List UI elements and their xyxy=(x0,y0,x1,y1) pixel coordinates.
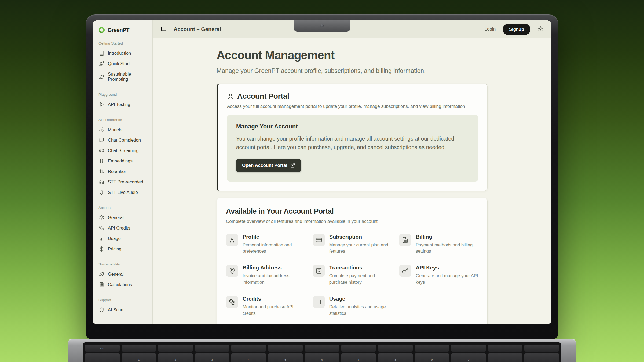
feature-name: Profile xyxy=(243,234,305,240)
key-blank xyxy=(195,345,230,352)
sidebar-item-account-usage[interactable]: Usage xyxy=(98,233,148,244)
key-8: 8 xyxy=(378,353,413,362)
sidebar-item-label: API Credits xyxy=(108,226,130,231)
open-account-portal-button[interactable]: Open Account Portal xyxy=(236,159,301,172)
gear-icon xyxy=(99,215,104,220)
external-link-icon xyxy=(290,163,295,168)
feature-item-billing: BillingPayment methods and billing setti… xyxy=(399,234,478,255)
sidebar-item-api-reference-models[interactable]: Models xyxy=(98,124,148,135)
file-text-icon xyxy=(402,237,408,243)
sidebar-item-api-reference-reranker[interactable]: Reranker xyxy=(98,166,148,177)
signup-button[interactable]: Signup xyxy=(503,24,530,35)
layers-icon xyxy=(99,158,104,164)
sidebar-item-api-reference-stt-pre-recorded[interactable]: STT Pre-recorded xyxy=(98,177,148,187)
key-blank xyxy=(268,345,303,352)
laptop-base: esc1234567890tabQWE xyxy=(68,339,576,362)
sidebar-item-getting-started-sustainable-prompting[interactable]: Sustainable Prompting xyxy=(98,69,148,84)
book-icon xyxy=(99,51,104,56)
sidebar-item-api-reference-stt-live-audio[interactable]: STT Live Audio xyxy=(98,187,148,198)
feature-icon-tile xyxy=(313,234,325,246)
key-blank xyxy=(231,345,266,352)
person-icon xyxy=(229,237,235,243)
credit-card-icon xyxy=(316,237,322,243)
keyboard-row: esc xyxy=(85,345,559,352)
manage-account-body: You can change your profile information … xyxy=(236,134,464,152)
feature-item-usage: UsageDetailed analytics and usage statis… xyxy=(313,296,392,317)
brand-logo[interactable]: GreenPT xyxy=(98,27,148,33)
content-scroll-area[interactable]: Account Management Manage your GreenPT a… xyxy=(153,38,551,324)
feature-item-transactions: TransactionsComplete payment and purchas… xyxy=(313,265,392,286)
sidebar-toggle-button[interactable] xyxy=(161,26,167,33)
sidebar-section-label-getting-started: Getting Started xyxy=(98,41,148,45)
map-pin-icon xyxy=(229,268,235,274)
broadcast-icon xyxy=(99,148,104,153)
feature-icon-tile xyxy=(313,265,325,277)
sidebar-item-label: Quick Start xyxy=(108,61,130,66)
theme-toggle-button[interactable] xyxy=(537,26,543,33)
rocket-icon xyxy=(99,61,104,66)
feature-name: Transactions xyxy=(329,265,392,271)
sidebar-item-label: Models xyxy=(108,127,122,132)
sidebar-item-api-reference-embeddings[interactable]: Embeddings xyxy=(98,156,148,166)
available-title: Available in Your Account Portal xyxy=(226,207,478,216)
feature-icon-tile xyxy=(226,296,238,308)
key-blank xyxy=(158,345,193,352)
sidebar-section-label-api-reference: API Reference xyxy=(98,118,148,122)
sidebar-item-label: Usage xyxy=(108,236,121,241)
account-portal-title: Account Portal xyxy=(237,92,289,101)
laptop-camera xyxy=(320,24,324,27)
sidebar-item-playground-api-testing[interactable]: API Testing xyxy=(98,99,148,110)
sidebar-item-support-ai-scan[interactable]: AI Scan xyxy=(98,305,148,315)
sidebar-item-label: Reranker xyxy=(108,169,126,174)
feature-name: Billing Address xyxy=(243,265,305,271)
key-blank xyxy=(85,353,120,362)
laptop-screen: GreenPT Getting StartedIntroductionQuick… xyxy=(93,20,551,324)
feature-description: Personal information and preferences xyxy=(243,242,305,255)
feature-description: Invoice and tax address information xyxy=(243,273,305,286)
feature-name: Subscription xyxy=(329,234,392,240)
sidebar-item-api-reference-chat-streaming[interactable]: Chat Streaming xyxy=(98,145,148,156)
sidebar-item-api-reference-chat-completion[interactable]: Chat Completion xyxy=(98,135,148,145)
sidebar-item-label: AI Scan xyxy=(108,307,123,312)
person-icon xyxy=(227,93,234,100)
key-blank xyxy=(378,345,413,352)
sidebar-item-sustainability-general[interactable]: General xyxy=(98,269,148,279)
sidebar-item-label: Sustainable Prompting xyxy=(108,72,147,82)
account-portal-card: Account Portal Access your full account … xyxy=(217,84,488,191)
leaf-icon xyxy=(99,74,104,79)
available-subtitle: Complete overview of all features and in… xyxy=(226,219,478,224)
feature-icon-tile xyxy=(399,234,411,246)
key-blank xyxy=(524,345,559,352)
feature-name: API Keys xyxy=(416,265,478,271)
laptop-notch xyxy=(294,20,350,32)
feature-icon-tile xyxy=(399,265,411,277)
sidebar-item-getting-started-quick-start[interactable]: Quick Start xyxy=(98,58,148,69)
key-3: 3 xyxy=(195,353,230,362)
sidebar-item-account-api-credits[interactable]: API Credits xyxy=(98,223,148,233)
sidebar-item-getting-started-introduction[interactable]: Introduction xyxy=(98,48,148,58)
sun-icon xyxy=(537,26,543,32)
feature-name: Credits xyxy=(243,296,305,302)
coins-icon xyxy=(229,299,235,305)
login-link[interactable]: Login xyxy=(484,27,496,32)
feature-description: Monitor and purchase API credits xyxy=(243,304,305,317)
sidebar-nav: Getting StartedIntroductionQuick StartSu… xyxy=(98,41,148,315)
sidebar-item-sustainability-calculations[interactable]: Calculations xyxy=(98,279,148,290)
account-portal-description: Access your full account management port… xyxy=(227,104,478,109)
key-blank xyxy=(341,345,376,352)
feature-name: Usage xyxy=(329,296,392,302)
sidebar-item-account-general[interactable]: General xyxy=(98,212,148,223)
key-1: 1 xyxy=(122,353,156,362)
mic-icon xyxy=(99,190,104,195)
feature-item-profile: ProfilePersonal information and preferen… xyxy=(226,234,305,255)
sidebar-section-label-account: Account xyxy=(98,206,148,210)
sidebar-item-account-pricing[interactable]: Pricing xyxy=(98,244,148,254)
key-blank xyxy=(524,353,559,362)
bar-chart-icon xyxy=(99,236,104,241)
sort-icon xyxy=(99,169,104,174)
play-icon xyxy=(99,102,104,107)
chip-icon xyxy=(99,127,104,132)
key-5: 5 xyxy=(268,353,303,362)
key-7: 7 xyxy=(341,353,376,362)
features-grid: ProfilePersonal information and preferen… xyxy=(226,234,478,317)
